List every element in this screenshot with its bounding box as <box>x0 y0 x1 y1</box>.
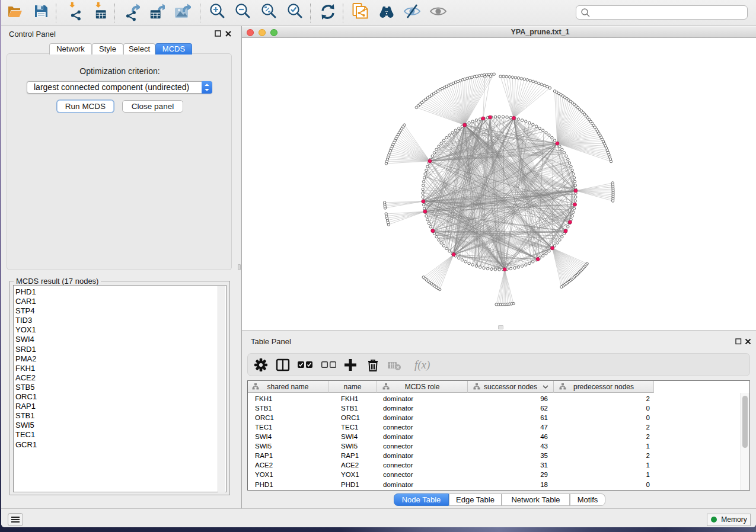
svg-text:f(x): f(x) <box>414 358 430 371</box>
